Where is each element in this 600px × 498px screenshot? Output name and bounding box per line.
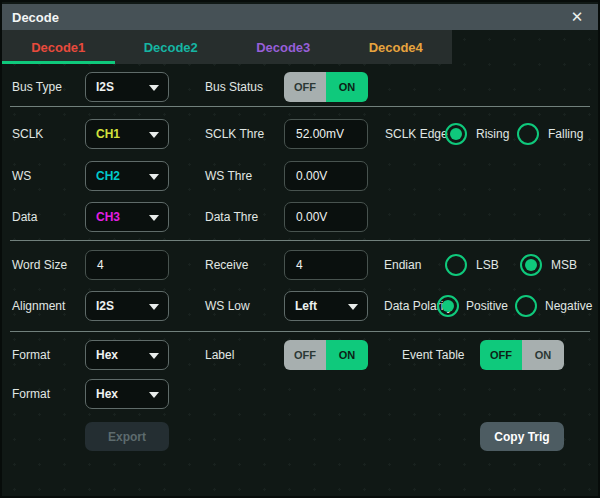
ws-low-dropdown[interactable]: Left <box>284 291 368 321</box>
ws-thre-input[interactable]: 0.00V <box>284 161 368 191</box>
ws-low-label: WS Low <box>205 291 250 321</box>
event-table-label: Event Table <box>402 340 465 370</box>
ws-channel-value: CH2 <box>96 169 120 183</box>
format2-value: Hex <box>96 387 118 401</box>
divider <box>10 331 590 332</box>
divider <box>10 106 590 107</box>
chevron-down-icon <box>149 215 159 221</box>
format-label: Format <box>12 340 50 370</box>
data-polarity-negative-radio[interactable] <box>515 295 537 317</box>
ws-thre-label: WS Thre <box>205 161 252 191</box>
word-size-label: Word Size <box>12 250 67 280</box>
ws-low-value: Left <box>295 299 317 313</box>
decode-tabstrip: Decode1 Decode2 Decode3 Decode4 <box>2 30 452 64</box>
bus-status-on[interactable]: ON <box>326 72 368 102</box>
active-tab-underline <box>2 61 115 64</box>
chevron-down-icon <box>149 85 159 91</box>
divider <box>10 240 590 241</box>
label-off[interactable]: OFF <box>284 340 326 370</box>
title-bar: Decode ✕ <box>2 4 598 30</box>
word-size-value: 4 <box>97 258 104 272</box>
event-table-toggle[interactable]: OFF ON <box>480 340 564 370</box>
ws-channel-dropdown[interactable]: CH2 <box>85 161 169 191</box>
label-toggle-label: Label <box>205 340 234 370</box>
sclk-channel-value: CH1 <box>96 127 120 141</box>
data-thre-input[interactable]: 0.00V <box>284 202 368 232</box>
sclk-thre-value: 52.00mV <box>296 127 344 141</box>
sclk-thre-input[interactable]: 52.00mV <box>284 119 368 149</box>
receive-input[interactable]: 4 <box>284 250 368 280</box>
ws-label: WS <box>12 161 31 191</box>
receive-value: 4 <box>296 258 303 272</box>
data-polarity-positive-label[interactable]: Positive <box>466 291 508 321</box>
sclk-edge-falling-label[interactable]: Falling <box>548 119 583 149</box>
chevron-down-icon <box>348 304 358 310</box>
bus-type-dropdown[interactable]: I2S <box>85 72 169 102</box>
alignment-value: I2S <box>96 299 114 313</box>
endian-msb-radio[interactable] <box>520 254 542 276</box>
export-button[interactable]: Export <box>85 422 169 451</box>
sclk-edge-rising-radio[interactable] <box>445 123 467 145</box>
bus-status-label: Bus Status <box>205 72 263 102</box>
chevron-down-icon <box>149 353 159 359</box>
sclk-label: SCLK <box>12 119 43 149</box>
sclk-thre-label: SCLK Thre <box>205 119 264 149</box>
decode-dialog: Decode ✕ Decode1 Decode2 Decode3 Decode4… <box>0 0 600 498</box>
data-channel-dropdown[interactable]: CH3 <box>85 202 169 232</box>
bus-status-toggle[interactable]: OFF ON <box>284 72 368 102</box>
sclk-edge-rising-label[interactable]: Rising <box>476 119 509 149</box>
data-thre-value: 0.00V <box>296 210 327 224</box>
event-table-off[interactable]: OFF <box>480 340 522 370</box>
label-on[interactable]: ON <box>326 340 368 370</box>
data-label: Data <box>12 202 37 232</box>
sclk-edge-falling-radio[interactable] <box>517 123 539 145</box>
alignment-dropdown[interactable]: I2S <box>85 291 169 321</box>
sclk-edge-label: SCLK Edge <box>385 119 448 149</box>
label-toggle[interactable]: OFF ON <box>284 340 368 370</box>
chevron-down-icon <box>149 174 159 180</box>
receive-label: Receive <box>205 250 248 280</box>
data-thre-label: Data Thre <box>205 202 258 232</box>
format-value: Hex <box>96 348 118 362</box>
tab-decode4[interactable]: Decode4 <box>340 30 453 64</box>
endian-label: Endian <box>384 250 421 280</box>
tab-decode2[interactable]: Decode2 <box>115 30 228 64</box>
close-icon[interactable]: ✕ <box>566 6 588 28</box>
endian-lsb-radio[interactable] <box>445 254 467 276</box>
bus-status-off[interactable]: OFF <box>284 72 326 102</box>
format2-dropdown[interactable]: Hex <box>85 379 169 409</box>
endian-msb-label[interactable]: MSB <box>551 250 577 280</box>
chevron-down-icon <box>149 132 159 138</box>
bus-type-label: Bus Type <box>12 72 62 102</box>
format-dropdown[interactable]: Hex <box>85 340 169 370</box>
event-table-on[interactable]: ON <box>522 340 564 370</box>
word-size-input[interactable]: 4 <box>85 250 169 280</box>
copy-trig-button[interactable]: Copy Trig <box>480 422 564 451</box>
chevron-down-icon <box>149 304 159 310</box>
format2-label: Format <box>12 379 50 409</box>
page-title: Decode <box>12 10 59 25</box>
chevron-down-icon <box>149 392 159 398</box>
tab-decode1[interactable]: Decode1 <box>2 30 115 64</box>
tab-decode3[interactable]: Decode3 <box>227 30 340 64</box>
data-channel-value: CH3 <box>96 210 120 224</box>
ws-thre-value: 0.00V <box>296 169 327 183</box>
endian-lsb-label[interactable]: LSB <box>476 250 499 280</box>
data-polarity-negative-label[interactable]: Negative <box>545 291 592 321</box>
alignment-label: Alignment <box>12 291 65 321</box>
bus-type-value: I2S <box>96 80 114 94</box>
sclk-channel-dropdown[interactable]: CH1 <box>85 119 169 149</box>
data-polarity-positive-radio[interactable] <box>437 295 459 317</box>
